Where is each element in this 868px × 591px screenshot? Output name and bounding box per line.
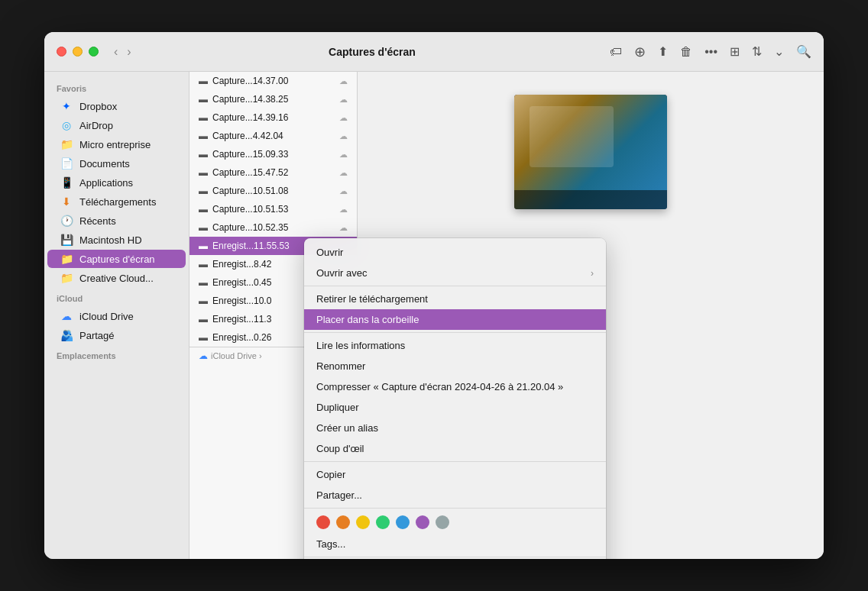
sidebar-item-microentreprise[interactable]: 📁 Micro entreprise [47,135,186,153]
sidebar-item-telechargements[interactable]: ⬇ Téléchargements [47,192,186,211]
maximize-button[interactable] [89,47,99,57]
tag-yellow[interactable] [356,515,370,529]
new-folder-icon[interactable]: ⊕ [634,44,646,60]
preview-screenshot [514,95,667,209]
menu-divider [304,332,606,333]
sidebar-item-dropbox[interactable]: ✦ Dropbox [47,97,186,115]
sidebar-item-creative[interactable]: 📁 Creative Cloud... [47,269,186,287]
icloud-path-text: iCloud Drive › [211,351,262,360]
file-item[interactable]: ▬ Capture...10.52.35 ☁ [189,218,357,237]
file-icon: ▬ [199,296,208,306]
menu-item-renommer[interactable]: Renommer [304,356,606,376]
documents-icon: 📄 [60,157,73,170]
arrow-icon: › [591,268,594,279]
search-icon[interactable]: 🔍 [796,44,811,59]
file-icon: ▬ [199,204,208,215]
tag-purple[interactable] [416,515,429,529]
sidebar-item-recents[interactable]: 🕐 Récents [47,212,186,230]
file-item[interactable]: ▬ Capture...4.42.04 ☁ [189,127,357,145]
menu-item-tags[interactable]: Tags... [304,534,606,554]
view-icon[interactable]: ⊞ [730,44,740,59]
file-icon: ▬ [199,94,208,105]
recents-icon: 🕐 [60,215,73,227]
forward-button[interactable]: › [124,44,134,60]
preview-bottom-bar [514,190,667,209]
menu-item-compresser[interactable]: Compresser « Capture d'écran 2024-04-26 … [304,376,606,397]
file-icon: ▬ [199,112,208,123]
menu-divider [304,557,606,557]
file-name: Capture...14.37.00 [212,76,335,86]
sidebar-item-macintosh-hd[interactable]: 💾 Macintosh HD [47,231,186,249]
sort-icon[interactable]: ⇅ [752,44,762,59]
sidebar-item-documents[interactable]: 📄 Documents [47,154,186,173]
creative-icon: 📁 [60,272,73,284]
folder-icon: 📁 [60,138,73,150]
tag-green[interactable] [376,515,390,529]
tag-gray[interactable] [436,515,449,529]
tag-icon[interactable]: 🏷 [610,45,622,59]
file-item[interactable]: ▬ Capture...15.09.33 ☁ [189,145,357,163]
sidebar: Favoris ✦ Dropbox ◎ AirDrop 📁 Micro entr… [44,72,189,559]
file-item[interactable]: ▬ Capture...10.51.53 ☁ [189,200,357,218]
menu-divider [304,461,606,462]
preview-inner-window [530,106,614,167]
tag-red[interactable] [316,515,330,529]
menu-item-infos[interactable]: Lire les informations [304,335,606,356]
menu-item-alias[interactable]: Créer un alias [304,418,606,438]
file-icon: ▬ [199,314,208,325]
file-icon: ▬ [199,186,208,196]
sidebar-item-icloud-drive[interactable]: ☁ iCloud Drive [47,307,186,325]
downloads-icon: ⬇ [60,195,73,208]
context-menu: Ouvrir Ouvrir avec › Retirer le téléchar… [304,238,606,559]
file-icon: ▬ [199,149,208,160]
file-item[interactable]: ▬ Capture...10.51.08 ☁ [189,182,357,200]
tag-blue[interactable] [396,515,410,529]
sidebar-item-label: Creative Cloud... [79,273,154,284]
back-button[interactable]: ‹ [111,44,121,60]
share-icon[interactable]: ⬆ [658,44,668,59]
sidebar-item-label: Documents [79,158,130,170]
menu-item-ouvrir[interactable]: Ouvrir [304,242,606,263]
menu-item-corbeille[interactable]: Placer dans la corbeille [304,309,606,330]
cloud-icon: ☁ [339,205,348,215]
sidebar-item-captures[interactable]: 📁 Captures d'écran [47,250,186,268]
menu-item-ouvrir-avec[interactable]: Ouvrir avec › [304,263,606,283]
file-item[interactable]: ▬ Capture...14.38.25 ☁ [189,90,357,108]
file-item[interactable]: ▬ Capture...14.37.00 ☁ [189,72,357,90]
file-item[interactable]: ▬ Capture...15.47.52 ☁ [189,163,357,182]
sidebar-item-label: Téléchargements [79,196,156,208]
menu-item-retirer[interactable]: Retirer le téléchargement [304,289,606,309]
file-icon: ▬ [199,332,208,343]
captures-icon: 📁 [60,253,73,265]
file-name: Capture...15.47.52 [212,167,335,178]
window-title: Captures d'écran [144,46,601,58]
dropbox-icon: ✦ [60,100,73,112]
cloud-icon: ☁ [339,150,348,160]
sidebar-item-applications[interactable]: 📱 Applications [47,173,186,192]
dropdown-icon[interactable]: ⌄ [774,44,784,59]
trash-icon[interactable]: 🗑 [680,45,692,59]
more-icon[interactable]: ••• [704,45,717,59]
file-item[interactable]: ▬ Capture...14.39.16 ☁ [189,108,357,127]
menu-item-dupliquer[interactable]: Dupliquer [304,397,606,418]
sidebar-item-label: Applications [79,177,133,189]
minimize-button[interactable] [73,47,83,57]
menu-item-partager[interactable]: Partager... [304,485,606,505]
traffic-lights [57,47,99,57]
favorites-label: Favoris [44,78,189,96]
close-button[interactable] [57,47,66,57]
menu-item-copier[interactable]: Copier [304,464,606,485]
sidebar-item-label: Partagé [79,330,115,341]
menu-item-coup-doeil[interactable]: Coup d'œil [304,438,606,459]
sidebar-item-partage[interactable]: 🫂 Partagé [47,326,186,344]
sidebar-item-airdrop[interactable]: ◎ AirDrop [47,116,186,134]
cloud-icon: ☁ [339,168,348,178]
file-icon: ▬ [199,241,208,251]
file-name: Capture...10.51.53 [212,204,335,215]
tag-orange[interactable] [336,515,350,529]
toolbar-actions: 🏷 ⊕ ⬆ 🗑 ••• ⊞ ⇅ ⌄ 🔍 [610,44,811,60]
file-name: Capture...14.39.16 [212,112,335,123]
cloud-icon: ☁ [339,131,348,141]
file-icon: ▬ [199,259,208,270]
emplacements-label: Emplacements [44,345,189,363]
